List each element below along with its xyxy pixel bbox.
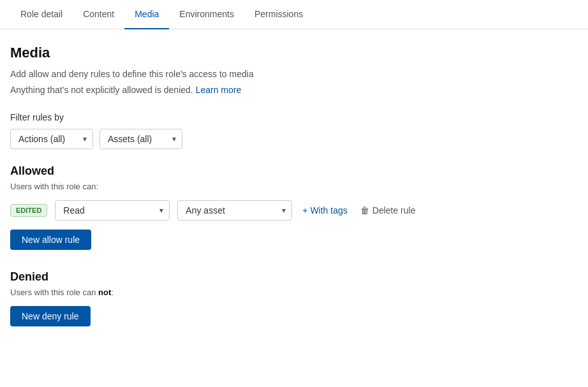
description-text: Anything that's not explicitly allowed i… <box>10 85 193 95</box>
tab-role-detail[interactable]: Role detail <box>10 0 73 29</box>
filter-controls: Actions (all) ▾ Assets (all) ▾ <box>10 129 578 149</box>
page-title: Media <box>10 45 578 61</box>
new-allow-rule-button[interactable]: New allow rule <box>10 230 91 250</box>
denied-subtext-prefix: Users with this role can <box>10 288 98 297</box>
tab-environments[interactable]: Environments <box>169 0 244 29</box>
denied-subtext-bold: not <box>98 288 111 297</box>
denied-section-title: Denied <box>10 270 578 284</box>
actions-filter-select[interactable]: Actions (all) <box>10 129 93 149</box>
tab-permissions[interactable]: Permissions <box>244 0 313 29</box>
assets-filter-wrapper: Assets (all) ▾ <box>99 129 182 149</box>
allowed-section-title: Allowed <box>10 164 578 178</box>
trash-icon: 🗑 <box>360 205 369 215</box>
denied-section-subtext: Users with this role can not: <box>10 288 578 297</box>
nav-tabs: Role detail Content Media Environments P… <box>0 0 588 29</box>
tab-media[interactable]: Media <box>124 0 169 29</box>
allowed-section-subtext: Users with this role can: <box>10 182 578 191</box>
denied-subtext-suffix: : <box>111 288 114 297</box>
allowed-section: Allowed Users with this role can: EDITED… <box>10 164 578 250</box>
delete-rule-button[interactable]: 🗑 Delete rule <box>358 205 418 215</box>
page-description-line2: Anything that's not explicitly allowed i… <box>10 84 578 97</box>
new-deny-rule-button[interactable]: New deny rule <box>10 306 91 326</box>
denied-section: Denied Users with this role can not: New… <box>10 270 578 326</box>
page-description-line1: Add allow and deny rules to define this … <box>10 68 578 81</box>
tab-content[interactable]: Content <box>73 0 124 29</box>
asset-select-wrapper: Any asset ▾ <box>177 200 292 221</box>
filter-section: Filter rules by Actions (all) ▾ Assets (… <box>10 112 578 149</box>
asset-select[interactable]: Any asset <box>177 200 292 221</box>
action-select-wrapper: Read ▾ <box>55 200 170 221</box>
edited-badge: EDITED <box>10 204 47 217</box>
learn-more-link[interactable]: Learn more <box>196 85 242 95</box>
assets-filter-select[interactable]: Assets (all) <box>99 129 182 149</box>
allow-rule-row: EDITED Read ▾ Any asset ▾ + With tags 🗑 … <box>10 200 578 221</box>
delete-rule-label: Delete rule <box>372 205 416 215</box>
filter-label: Filter rules by <box>10 112 578 122</box>
page-content: Media Add allow and deny rules to define… <box>0 29 588 342</box>
action-select[interactable]: Read <box>55 200 170 221</box>
with-tags-button[interactable]: + With tags <box>300 205 349 215</box>
actions-filter-wrapper: Actions (all) ▾ <box>10 129 93 149</box>
